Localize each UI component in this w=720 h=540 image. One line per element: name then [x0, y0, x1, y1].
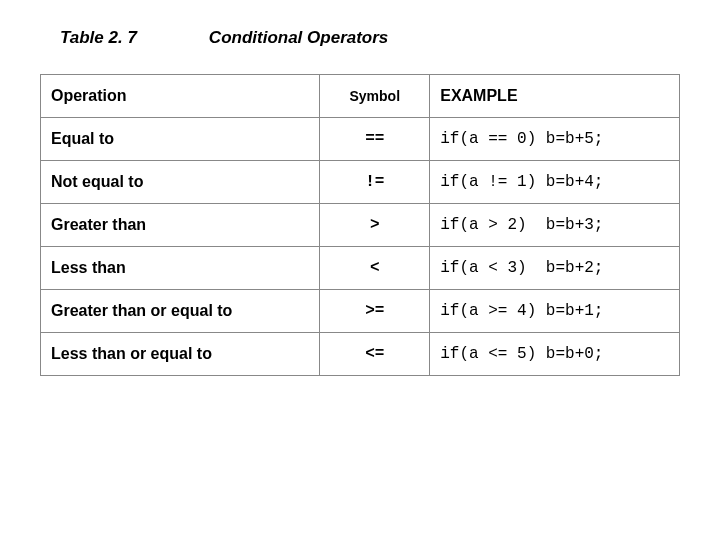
- header-symbol: Symbol: [320, 75, 430, 118]
- cell-operation: Equal to: [41, 118, 320, 161]
- table-row: Less than < if(a < 3) b=b+2;: [41, 247, 680, 290]
- cell-symbol: <: [320, 247, 430, 290]
- header-example: EXAMPLE: [430, 75, 680, 118]
- cell-example: if(a < 3) b=b+2;: [430, 247, 680, 290]
- table-caption: Conditional Operators: [209, 28, 388, 48]
- cell-operation: Less than or equal to: [41, 333, 320, 376]
- cell-operation: Greater than or equal to: [41, 290, 320, 333]
- table-title: Table 2. 7 Conditional Operators: [60, 28, 680, 48]
- cell-example: if(a > 2) b=b+3;: [430, 204, 680, 247]
- table-row: Not equal to != if(a != 1) b=b+4;: [41, 161, 680, 204]
- cell-operation: Greater than: [41, 204, 320, 247]
- cell-example: if(a != 1) b=b+4;: [430, 161, 680, 204]
- cell-operation: Less than: [41, 247, 320, 290]
- table-row: Greater than or equal to >= if(a >= 4) b…: [41, 290, 680, 333]
- table-row: Greater than > if(a > 2) b=b+3;: [41, 204, 680, 247]
- cell-symbol: !=: [320, 161, 430, 204]
- page: Table 2. 7 Conditional Operators Operati…: [0, 0, 720, 376]
- operators-table: Operation Symbol EXAMPLE Equal to == if(…: [40, 74, 680, 376]
- table-row: Less than or equal to <= if(a <= 5) b=b+…: [41, 333, 680, 376]
- cell-example: if(a <= 5) b=b+0;: [430, 333, 680, 376]
- cell-symbol: ==: [320, 118, 430, 161]
- table-row: Equal to == if(a == 0) b=b+5;: [41, 118, 680, 161]
- cell-example: if(a >= 4) b=b+1;: [430, 290, 680, 333]
- header-operation: Operation: [41, 75, 320, 118]
- cell-symbol: >: [320, 204, 430, 247]
- cell-operation: Not equal to: [41, 161, 320, 204]
- cell-symbol: >=: [320, 290, 430, 333]
- table-number: Table 2. 7: [60, 28, 137, 48]
- cell-example: if(a == 0) b=b+5;: [430, 118, 680, 161]
- cell-symbol: <=: [320, 333, 430, 376]
- table-header-row: Operation Symbol EXAMPLE: [41, 75, 680, 118]
